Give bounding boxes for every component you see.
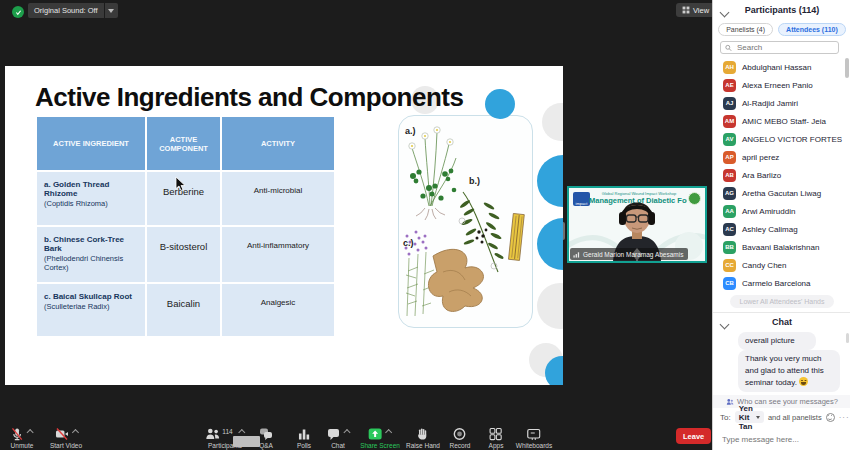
emoji-picker-icon[interactable] (826, 413, 835, 422)
original-sound-control[interactable]: Original Sound: Off (28, 3, 118, 18)
avatar: CC (723, 259, 736, 272)
participant-row[interactable]: AV ANGELO VICTOR FORTES (713, 130, 844, 148)
tab-panelists[interactable]: Panelists (4) (718, 23, 773, 36)
chat-privacy-note[interactable]: Who can see your messages? (713, 395, 850, 408)
participant-row[interactable]: AM AMIC MEBO Staff- Jeia (713, 112, 844, 130)
participants-scrollbar-thumb[interactable] (845, 58, 849, 78)
share-screen-icon (369, 427, 383, 441)
side-panel: Participants (114) Panelists (4) Attende… (712, 0, 850, 450)
audio-level-icon (573, 251, 580, 258)
avatar: AJ (723, 97, 736, 110)
table-cell-ingredient: c. Baical Skullcap Root (Sculleteriae Ra… (37, 284, 145, 336)
chat-message: overall picture (738, 332, 816, 350)
chat-button[interactable]: Chat (327, 427, 350, 449)
participant-name: AMIC MEBO Staff- Jeia (742, 117, 826, 126)
decor-circle (542, 103, 563, 141)
figure-label-c: c.) (403, 238, 414, 248)
ingredients-table: ACTIVE INGREDIENT ACTIVE COMPONENT ACTIV… (37, 117, 334, 336)
table-cell-ingredient: b. Chinese Cork-Tree Bark (Phellodendri … (37, 227, 145, 282)
participant-name: Bavaani Balakrishnan (742, 243, 819, 252)
participants-icon (205, 427, 220, 441)
participant-row[interactable]: AP april perez (713, 148, 844, 166)
polls-icon (297, 427, 311, 441)
chevron-up-icon[interactable] (239, 429, 246, 436)
participant-row[interactable]: BB Bavaani Balakrishnan (713, 238, 844, 256)
avatar: AC (723, 223, 736, 236)
chat-message: Thank you very much and glad to attend t… (738, 350, 840, 392)
avatar: AG (723, 187, 736, 200)
qa-button[interactable]: Q&A (259, 427, 273, 449)
original-sound-label[interactable]: Original Sound: Off (28, 3, 104, 18)
chat-message-input[interactable] (720, 434, 848, 445)
participant-row[interactable]: CC Candy Chen (713, 256, 844, 274)
apps-icon (489, 427, 503, 441)
chevron-up-icon[interactable] (385, 429, 392, 436)
table-cell-activity: Anti-microbial (222, 172, 334, 225)
leave-button[interactable]: Leave (676, 428, 711, 444)
recipient-dropdown[interactable]: Yen Kit Tan (735, 411, 764, 423)
figure-label-b: b.) (469, 176, 480, 186)
recipient-suffix: and all panelists (768, 413, 822, 422)
decor-circle (537, 155, 563, 207)
chevron-down-icon (756, 416, 760, 419)
people-icon (726, 398, 734, 406)
speaker-video-tile[interactable]: impact Global Regional Wound Impact Work… (567, 186, 707, 263)
polls-button[interactable]: Polls (297, 427, 311, 449)
lower-all-hands-button[interactable]: Lower All Attendees' Hands (730, 295, 833, 308)
record-icon (453, 427, 467, 441)
view-button[interactable]: View (676, 3, 715, 17)
more-options-icon[interactable]: ··· (839, 413, 850, 422)
participant-row[interactable]: AB Ara Barlizo (713, 166, 844, 184)
avatar: AE (723, 79, 736, 92)
chevron-up-icon[interactable] (27, 429, 34, 436)
participant-row[interactable]: AC Ashley Calimag (713, 220, 844, 238)
mic-muted-icon (11, 427, 24, 441)
security-shield-icon[interactable] (12, 6, 24, 18)
whiteboard-icon (527, 427, 541, 441)
start-video-button[interactable]: Start Video (50, 427, 82, 449)
unmute-button[interactable]: Unmute (11, 427, 34, 449)
participant-name: Abdulghani Hassan (742, 63, 811, 72)
panel-divider (713, 312, 850, 313)
shared-screen-slide: Active Ingredients and Components ACTIVE… (5, 66, 563, 385)
chevron-up-icon[interactable] (343, 429, 350, 436)
chevron-up-icon[interactable] (71, 429, 78, 436)
participant-row[interactable]: CB Carmelo Barcelona (713, 274, 844, 292)
participant-row[interactable]: AE Alexa Erneen Panio (713, 76, 844, 94)
participant-row[interactable]: AG Aretha Gacutan Liwag (713, 184, 844, 202)
speaker-nametag: Gerald Marion Maramag Abesamis (570, 248, 688, 260)
table-header-cell: ACTIVE INGREDIENT (37, 117, 145, 170)
record-button[interactable]: Record (450, 427, 471, 449)
unidentified-overlay (233, 436, 260, 447)
search-input[interactable] (735, 42, 834, 53)
view-label: View (693, 6, 709, 15)
botanical-figure-panel: a.) b.) c.) (398, 115, 533, 328)
original-sound-dropdown[interactable] (105, 3, 118, 18)
participant-search[interactable] (720, 41, 839, 54)
participant-name: Alexa Erneen Panio (742, 81, 813, 90)
figure-label-a: a.) (405, 126, 416, 136)
participant-row[interactable]: AA Arwi Amiruddin (713, 202, 844, 220)
share-screen-button[interactable]: Share Screen (360, 427, 400, 449)
table-cell-ingredient: a. Golden Thread Rhizome (Coptidis Rhizo… (37, 172, 145, 225)
participant-name: Carmelo Barcelona (742, 279, 810, 288)
participant-name: Arwi Amiruddin (742, 207, 795, 216)
qa-icon (259, 427, 273, 441)
participant-name: Ara Barlizo (742, 171, 781, 180)
tab-attendees[interactable]: Attendees (110) (778, 23, 846, 36)
participant-name: Ashley Calimag (742, 225, 798, 234)
participant-name: Candy Chen (742, 261, 786, 270)
participant-row[interactable]: AJ Al-Radjid Jamiri (713, 94, 844, 112)
avatar: AV (723, 133, 736, 146)
participant-row[interactable]: AH Abdulghani Hassan (713, 58, 844, 76)
chat-scrollbar-thumb[interactable] (846, 333, 849, 343)
avatar: AP (723, 151, 736, 164)
apps-button[interactable]: Apps (489, 427, 504, 449)
raise-hand-button[interactable]: Raise Hand (406, 427, 440, 449)
chat-icon (327, 427, 341, 441)
whiteboards-button[interactable]: Whiteboards (516, 427, 553, 449)
avatar: AA (723, 205, 736, 218)
search-icon (725, 44, 732, 52)
decor-circle (485, 89, 515, 119)
chat-recipient-row: To: Yen Kit Tan and all panelists ··· (720, 410, 846, 424)
